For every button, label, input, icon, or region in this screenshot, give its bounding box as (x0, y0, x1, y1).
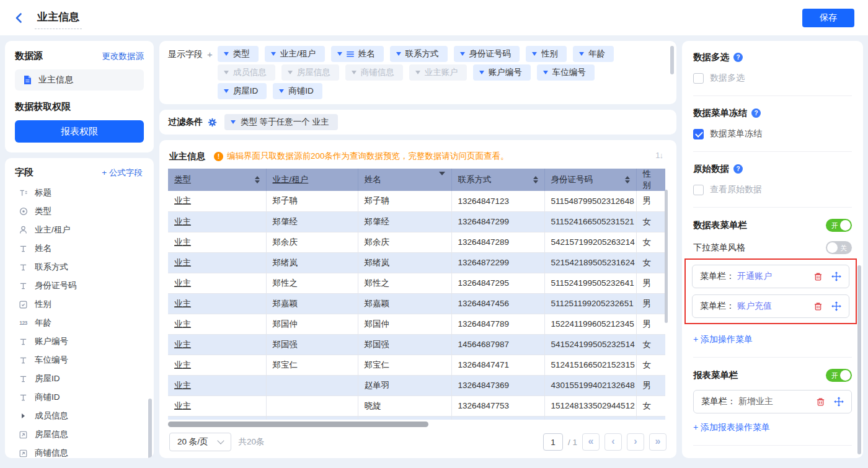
field-item[interactable]: 123年龄 (15, 314, 149, 332)
display-field-chip[interactable]: 姓名 (331, 46, 384, 62)
raw-data-checkbox[interactable] (693, 185, 704, 195)
delete-icon[interactable] (813, 272, 823, 281)
multi-select-checkbox[interactable] (693, 73, 704, 84)
column-header[interactable]: 类型 (168, 169, 266, 191)
table-cell: 郑嘉颖 (358, 293, 451, 314)
table-menu-toggle[interactable]: 开 (826, 219, 852, 232)
display-field-chip[interactable]: 身份证号码 (454, 46, 520, 62)
column-header[interactable]: 姓名 (358, 169, 451, 191)
report-permission-button[interactable]: 报表权限 (15, 120, 144, 143)
change-datasource-link[interactable]: 更改数据源 (102, 51, 144, 62)
table-row[interactable]: 业主郑国强郑国强14564687987541524199505232514女 (168, 334, 665, 355)
last-page-icon[interactable]: » (649, 433, 666, 451)
field-item[interactable]: 账户编号 (15, 332, 149, 351)
field-label: 联系方式 (35, 262, 68, 273)
field-item[interactable]: 姓名 (15, 239, 149, 258)
table-row[interactable]: 业主郑国仲郑国仲13264847789152241199605212345男 (168, 314, 665, 334)
display-field-chip[interactable]: 性别 (526, 46, 567, 62)
save-button[interactable]: 保存 (802, 9, 854, 27)
display-field-chip[interactable]: 车位编号 (537, 64, 595, 81)
first-page-icon[interactable]: « (582, 433, 600, 451)
display-field-chip[interactable]: 成员信息 (218, 64, 275, 81)
help-icon[interactable] (733, 53, 743, 62)
menu-bar-item[interactable]: 菜单栏：新增业主 (693, 390, 852, 413)
field-item[interactable]: 身份证号码 (15, 276, 149, 295)
display-field-chip[interactable]: 业主账户 (409, 64, 467, 81)
display-fields-scrollbar[interactable] (670, 46, 674, 74)
table-row[interactable]: 业主郑性之郑性之13264847295511524199505232641男 (168, 273, 665, 293)
table-row[interactable]: 业主郑绪岚郑绪岚13264872299521542189505231624女 (168, 252, 665, 273)
filter-condition-chip[interactable]: 类型 等于任意一个 业主 (224, 114, 338, 130)
display-field-chip[interactable]: 房屋信息 (281, 64, 339, 81)
back-button[interactable] (14, 12, 25, 24)
delete-icon[interactable] (813, 302, 823, 311)
field-item[interactable]: 业主/租户 (15, 221, 149, 239)
chevron-down-icon (337, 52, 342, 56)
display-field-chip[interactable]: 业主/租户 (265, 46, 325, 62)
field-item[interactable]: 房屋ID (15, 369, 149, 388)
fields-scrollbar[interactable] (148, 399, 152, 458)
add-report-action-menu-link[interactable]: + 添加报表操作菜单 (693, 422, 770, 433)
page-size-select[interactable]: 20 条/页 (169, 433, 231, 451)
table-row[interactable]: 业主郑宝仁郑宝仁13264847471512415166502152315女 (168, 355, 665, 375)
table-horizontal-scrollbar[interactable] (168, 422, 668, 427)
column-header[interactable]: 性别 (636, 169, 665, 191)
table-row[interactable]: 业主郑肇经郑肇经13264847299511524166505231521女 (168, 211, 665, 232)
display-field-chip[interactable]: 联系方式 (390, 46, 448, 62)
field-label: 成员信息 (35, 410, 68, 422)
display-field-chip[interactable]: 账户编号 (473, 64, 531, 81)
add-formula-field-link[interactable]: + 公式字段 (102, 167, 143, 179)
help-icon[interactable] (733, 164, 743, 174)
field-label: 房屋ID (35, 373, 60, 384)
sort-order-button[interactable]: 1↓ (652, 149, 666, 162)
field-item[interactable]: 类型 (15, 202, 149, 221)
field-item[interactable]: 性别 (15, 295, 149, 314)
field-item[interactable]: 标题 (15, 183, 149, 202)
sort-icon[interactable] (255, 176, 260, 183)
add-action-menu-link[interactable]: + 添加操作菜单 (693, 334, 753, 345)
field-item[interactable]: 房屋信息 (15, 425, 149, 444)
drag-icon[interactable] (831, 272, 841, 281)
table-row[interactable]: 业主赵单羽13264847369430155199402132648男 (168, 375, 665, 395)
gear-icon[interactable] (208, 118, 217, 127)
field-item[interactable]: 联系方式 (15, 258, 149, 276)
display-field-chip[interactable]: 房屋ID (218, 83, 267, 99)
drag-icon[interactable] (834, 397, 844, 407)
field-item[interactable]: 车位编号 (15, 351, 149, 369)
field-item[interactable]: 商铺信息 (15, 444, 149, 458)
menu-freeze-checkbox[interactable] (693, 129, 704, 139)
help-icon[interactable] (751, 108, 761, 118)
field-item[interactable]: 成员信息 (15, 407, 149, 425)
menu-bar-item[interactable]: 菜单栏：开通账户 (692, 265, 849, 288)
next-page-icon[interactable]: › (627, 433, 644, 451)
column-header[interactable]: 身份证号码 (544, 169, 636, 191)
column-header[interactable]: 业主/租户 (266, 169, 358, 191)
display-field-chip[interactable]: 类型 (218, 46, 259, 62)
delete-icon[interactable] (816, 397, 825, 407)
dropdown-style-toggle[interactable]: 关 (826, 241, 852, 254)
sort-desc-icon[interactable] (439, 175, 445, 185)
report-menu-toggle[interactable]: 开 (826, 369, 852, 382)
settings-scrollbar[interactable] (857, 265, 861, 454)
table-row[interactable]: 业主郑子聃郑子聃13264847123511548799502312648男 (168, 191, 665, 211)
table-row[interactable]: 业主郑余庆郑余庆13264847289542157199205263214女 (168, 232, 665, 252)
menu-bar-item[interactable]: 菜单栏：账户充值 (692, 294, 849, 318)
drag-icon[interactable] (831, 301, 841, 311)
sort-icon[interactable] (625, 176, 630, 183)
sort-icon[interactable] (533, 176, 538, 183)
page-number-input[interactable] (543, 433, 563, 451)
scrollbar-thumb[interactable] (168, 422, 428, 427)
table-row[interactable]: 业主郑嘉颖郑嘉颖13264847456511251199205232651男 (168, 293, 665, 314)
table-vertical-scrollbar[interactable] (665, 190, 668, 323)
table-cell: 女 (636, 355, 665, 375)
table-cell: 业主 (168, 252, 266, 273)
prev-page-icon[interactable]: ‹ (604, 433, 622, 451)
column-header[interactable]: 联系方式 (451, 169, 544, 191)
add-display-field-button[interactable]: + (207, 49, 213, 99)
datasource-item[interactable]: 业主信息 (15, 69, 144, 91)
table-row[interactable]: 业主晓旋13264847753151248133502944512女 (168, 395, 665, 416)
field-item[interactable]: 商铺ID (15, 388, 149, 407)
display-field-chip[interactable]: 商铺信息 (345, 64, 403, 81)
display-field-chip[interactable]: 年龄 (573, 46, 614, 62)
display-field-chip[interactable]: 商铺ID (273, 83, 322, 99)
